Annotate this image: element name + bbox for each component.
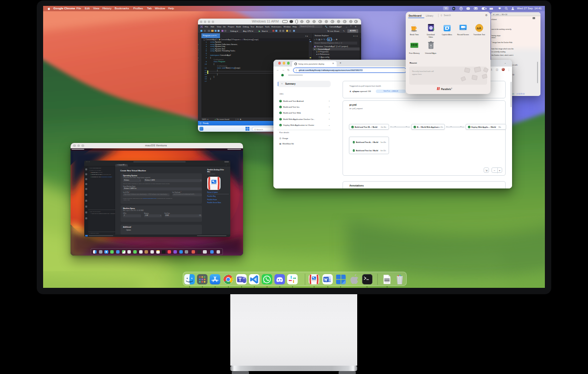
svg-text:aA: aA xyxy=(477,26,481,30)
